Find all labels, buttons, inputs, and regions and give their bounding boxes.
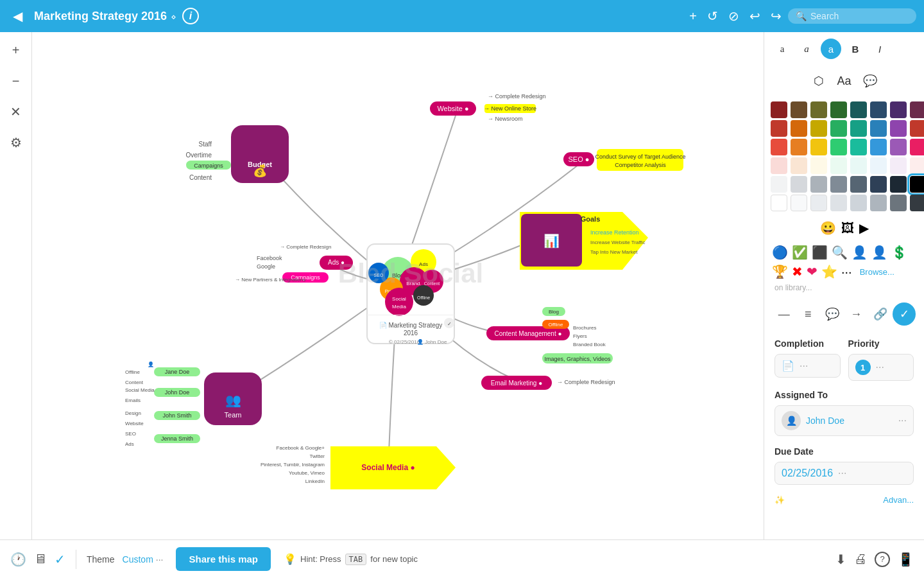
color-swatch[interactable] (810, 101, 827, 118)
sticker-heart[interactable]: ❤ (807, 264, 817, 279)
browse-button[interactable]: Browse... (860, 267, 894, 277)
color-swatch[interactable] (771, 176, 787, 193)
color-swatch[interactable] (870, 101, 887, 118)
no-symbol-button[interactable]: ⊘ (728, 8, 739, 24)
color-swatch[interactable] (830, 176, 847, 193)
sticker-person1[interactable]: 👤 (851, 245, 868, 260)
search-box[interactable]: 🔍 (788, 8, 916, 24)
sticker-star[interactable]: ⭐ (821, 264, 837, 279)
custom-dots[interactable]: ··· (156, 554, 164, 565)
color-swatch[interactable] (791, 139, 807, 155)
link-button[interactable]: 🔗 (869, 302, 892, 326)
color-swatch[interactable] (850, 120, 867, 137)
font-bold-button[interactable]: B (845, 39, 866, 59)
sticker-x[interactable]: ✖ (792, 264, 803, 279)
color-swatch[interactable] (771, 101, 787, 118)
assigned-to-field[interactable]: 👤 John Doe ··· (774, 405, 914, 436)
font-rounded-button[interactable]: a (821, 39, 841, 59)
color-swatch[interactable] (850, 101, 867, 118)
color-swatch[interactable] (830, 195, 847, 211)
color-swatch[interactable] (830, 101, 847, 118)
sticker-black[interactable]: ⬛ (812, 245, 828, 260)
zoom-out-button[interactable]: − (6, 71, 26, 91)
sticker-more[interactable]: ··· (841, 265, 852, 279)
sticker-check[interactable]: ✅ (792, 245, 808, 260)
title-chevron-icon[interactable]: ⬦ (171, 11, 176, 21)
completion-dots[interactable]: ··· (800, 360, 808, 372)
sticker-person2[interactable]: 👤 (871, 245, 887, 260)
sticker-dollar[interactable]: 💲 (891, 245, 907, 260)
color-swatch[interactable] (910, 139, 924, 155)
search-input[interactable] (810, 11, 907, 21)
font-normal-button[interactable]: a (772, 39, 792, 59)
comment-button[interactable]: 💬 (821, 302, 844, 326)
color-swatch[interactable] (830, 139, 847, 155)
color-swatch[interactable] (791, 176, 807, 193)
color-swatch[interactable] (870, 120, 887, 137)
color-swatch[interactable] (890, 176, 907, 193)
font-serif-button[interactable]: a (796, 39, 817, 59)
color-swatch[interactable] (870, 139, 887, 155)
color-swatch[interactable] (850, 139, 867, 155)
color-swatch[interactable] (830, 157, 847, 174)
settings-button[interactable]: ⚙ (6, 132, 26, 153)
redo-button[interactable]: ↪ (771, 8, 782, 24)
color-swatch[interactable] (771, 157, 787, 174)
due-date-dots[interactable]: ··· (838, 468, 846, 479)
sticker-search[interactable]: 🔍 (832, 245, 848, 260)
priority-dots[interactable]: ··· (876, 362, 884, 373)
emoji-button[interactable]: 😀 (820, 220, 836, 236)
due-date-field[interactable]: 02/25/2016 ··· (774, 462, 914, 485)
print-button[interactable]: 🖨 (854, 552, 867, 566)
completion-field[interactable]: 📄 ··· (774, 354, 841, 378)
color-swatch[interactable] (890, 101, 907, 118)
color-swatch[interactable] (810, 157, 827, 174)
color-swatch[interactable] (791, 120, 807, 137)
check-button[interactable]: ✓ (55, 552, 65, 567)
video-button[interactable]: ▶ (859, 220, 869, 236)
format-icon-2[interactable]: Aa (834, 71, 855, 91)
redo-alt-button[interactable]: ↺ (707, 8, 718, 24)
sticker-trophy[interactable]: 🏆 (772, 264, 788, 279)
connect-button[interactable]: ✕ (6, 101, 26, 122)
menu-button[interactable]: ≡ (796, 302, 819, 326)
confirm-button[interactable]: ✓ (893, 302, 916, 326)
color-swatch[interactable] (791, 195, 807, 211)
color-swatch[interactable] (810, 120, 827, 137)
color-swatch[interactable] (850, 195, 867, 211)
color-swatch[interactable] (890, 195, 907, 211)
zoom-in-button[interactable]: + (6, 40, 26, 60)
color-swatch[interactable] (910, 101, 924, 118)
color-swatch[interactable] (810, 139, 827, 155)
undo-button[interactable]: ↩ (749, 8, 760, 24)
priority-field[interactable]: 1 ··· (848, 354, 914, 381)
color-swatch[interactable] (771, 195, 787, 211)
screen-button[interactable]: 🖥 (34, 552, 47, 566)
mobile-button[interactable]: 📱 (898, 552, 914, 567)
color-swatch[interactable] (890, 120, 907, 137)
sticker-blue[interactable]: 🔵 (772, 245, 788, 260)
format-icon-3[interactable]: 💬 (860, 71, 880, 91)
color-swatch[interactable] (810, 195, 827, 211)
help-button[interactable]: ? (875, 552, 890, 567)
color-swatch[interactable] (870, 195, 887, 211)
font-italic-button[interactable]: I (869, 39, 890, 59)
arrow-button[interactable]: → (844, 302, 868, 326)
canvas[interactable]: Budget 💰 Staff Overtime Campaigns Conten… (32, 32, 764, 539)
color-swatch[interactable] (910, 157, 924, 174)
share-map-button[interactable]: Share this map (176, 547, 271, 571)
color-swatch[interactable] (791, 101, 807, 118)
info-button[interactable]: i (182, 8, 199, 24)
back-button[interactable]: ◀ (8, 6, 28, 26)
color-swatch[interactable] (850, 176, 867, 193)
advanced-button[interactable]: Advan... (883, 495, 914, 505)
color-swatch[interactable] (870, 157, 887, 174)
color-swatch[interactable] (771, 139, 787, 155)
assigned-to-dots[interactable]: ··· (898, 415, 907, 426)
color-swatch[interactable] (870, 176, 887, 193)
color-swatch[interactable] (910, 120, 924, 137)
color-swatch[interactable] (830, 120, 847, 137)
download-button[interactable]: ⬇ (835, 552, 846, 567)
color-swatch[interactable] (890, 157, 907, 174)
color-swatch[interactable] (910, 195, 924, 211)
